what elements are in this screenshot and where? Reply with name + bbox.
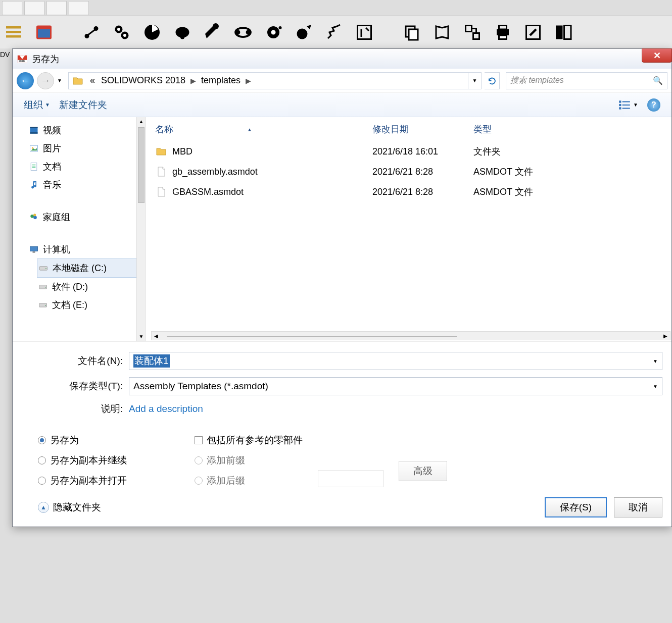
save-button[interactable]: 保存(S) xyxy=(545,497,607,517)
dialog-titlebar[interactable]: 2018 另存为 ✕ xyxy=(13,48,671,69)
scroll-right-icon[interactable]: ▶ xyxy=(661,333,670,339)
file-date: 2021/6/18 16:01 xyxy=(372,146,473,157)
tree-node[interactable]: 本地磁盘 (C:) xyxy=(37,258,146,278)
tree-label: 本地磁盘 (C:) xyxy=(53,262,107,274)
search-input[interactable]: 搜索 templates 🔍 xyxy=(506,72,667,89)
breadcrumb-part[interactable]: templates xyxy=(198,75,244,86)
organize-menu[interactable]: 组织▼ xyxy=(24,98,50,112)
svg-rect-38 xyxy=(622,101,630,102)
add-suffix-radio: 添加后缀 xyxy=(195,474,303,487)
view-mode-button[interactable]: ▼ xyxy=(618,99,638,111)
doc-icon xyxy=(29,162,39,172)
wrench-icon[interactable] xyxy=(201,21,224,44)
breadcrumb-bar[interactable]: « SOLIDWORKS 2018 ▶ templates ▶ ▼ xyxy=(68,72,482,89)
explorer-toolbar: 组织▼ 新建文件夹 ▼ ? xyxy=(13,93,671,117)
transfer-icon[interactable] xyxy=(461,21,484,44)
file-list[interactable]: 名称▲ 修改日期 类型 MBD2021/6/18 16:01文件夹gb_asse… xyxy=(146,117,671,341)
tree-node[interactable]: 图片 xyxy=(28,139,146,158)
help-button[interactable]: ? xyxy=(647,98,660,112)
list-row[interactable]: MBD2021/6/18 16:01文件夹 xyxy=(146,141,671,162)
toolbar-row-small xyxy=(0,0,672,16)
tree-node[interactable]: 文档 xyxy=(28,158,146,176)
hide-folders-toggle[interactable]: ▲ 隐藏文件夹 xyxy=(38,501,101,514)
list-header[interactable]: 名称▲ 修改日期 类型 xyxy=(146,117,671,141)
svg-rect-26 xyxy=(497,29,509,35)
tree-node[interactable]: 计算机 xyxy=(28,240,146,258)
dropdown-icon[interactable]: ▼ xyxy=(653,384,658,389)
belt-icon[interactable] xyxy=(231,21,255,44)
scroll-thumb[interactable] xyxy=(138,127,145,203)
thermometer-icon[interactable] xyxy=(353,21,376,44)
tree-scrollbar[interactable]: ▲ ▼ xyxy=(136,117,146,341)
svg-point-20 xyxy=(297,29,308,39)
save-mode-radio[interactable]: 另存为副本并继续 xyxy=(38,454,179,467)
list-row[interactable]: GBASSM.asmdot2021/6/21 8:28ASMDOT 文件 xyxy=(146,182,671,202)
scroll-down-icon[interactable]: ▼ xyxy=(137,332,146,341)
spring-icon[interactable] xyxy=(322,21,346,44)
breadcrumb-dropdown[interactable]: ▼ xyxy=(468,73,481,89)
scroll-thumb[interactable] xyxy=(167,336,457,337)
include-refs-checkbox[interactable]: 包括所有参考的零部件 xyxy=(195,434,303,447)
close-button[interactable]: ✕ xyxy=(642,48,672,63)
search-icon[interactable]: 🔍 xyxy=(653,76,663,85)
col-type[interactable]: 类型 xyxy=(473,123,605,135)
chevron-right-icon[interactable]: ▶ xyxy=(188,77,198,85)
folder-icon xyxy=(155,145,167,158)
folder-tree[interactable]: 视频图片文档音乐家庭组计算机本地磁盘 (C:)软件 (D:)文档 (E:) ▲ … xyxy=(13,117,146,341)
svg-rect-35 xyxy=(619,100,621,102)
tree-node[interactable]: 视频 xyxy=(28,121,146,139)
toolbar-slot[interactable] xyxy=(69,1,89,15)
save-options: 另存为另存为副本并继续另存为副本并打开 包括所有参考的零部件 添加前缀 添加后缀… xyxy=(13,430,671,495)
cam-icon[interactable] xyxy=(171,21,194,44)
menu-icon[interactable] xyxy=(2,21,25,44)
radio-label: 另存为副本并打开 xyxy=(50,474,127,487)
back-button[interactable]: ← xyxy=(17,72,34,89)
scroll-left-icon[interactable]: ◀ xyxy=(152,333,161,339)
bolt-icon[interactable] xyxy=(80,21,103,44)
print-icon[interactable] xyxy=(491,21,514,44)
refresh-button[interactable] xyxy=(485,72,500,89)
list-h-scrollbar[interactable]: ◀ ▶ xyxy=(151,331,670,340)
svg-rect-49 xyxy=(32,167,36,168)
svg-point-52 xyxy=(33,214,36,216)
calendar-icon[interactable] xyxy=(32,21,56,44)
new-folder-button[interactable]: 新建文件夹 xyxy=(59,98,107,112)
toolbar-slot[interactable] xyxy=(46,1,67,15)
book-icon[interactable] xyxy=(430,21,454,44)
breadcrumb-part[interactable]: SOLIDWORKS 2018 xyxy=(98,75,188,86)
save-mode-radio[interactable]: 另存为副本并打开 xyxy=(38,474,179,487)
description-link[interactable]: Add a description xyxy=(129,403,203,414)
copy-icon[interactable] xyxy=(400,21,423,44)
gears-icon[interactable] xyxy=(110,21,133,44)
toolbar-slot[interactable] xyxy=(24,1,44,15)
chevron-right-icon[interactable]: ▶ xyxy=(244,77,253,85)
layout-icon[interactable] xyxy=(552,21,575,44)
disk-icon xyxy=(38,263,49,273)
dropdown-icon[interactable]: ▼ xyxy=(653,358,658,364)
file-icon xyxy=(155,166,167,178)
tree-node[interactable]: 音乐 xyxy=(28,176,146,194)
history-dropdown[interactable]: ▼ xyxy=(57,78,65,83)
fan-icon[interactable] xyxy=(140,21,164,44)
svg-rect-28 xyxy=(499,35,507,39)
radio-label: 另存为副本并继续 xyxy=(50,454,127,467)
computer-icon xyxy=(29,244,39,254)
tree-node[interactable]: 家庭组 xyxy=(28,208,146,226)
toolbar-row-large xyxy=(0,16,672,48)
col-date[interactable]: 修改日期 xyxy=(372,123,473,135)
save-mode-radio[interactable]: 另存为 xyxy=(38,434,179,447)
col-name[interactable]: 名称 xyxy=(155,123,173,135)
sprocket-icon[interactable] xyxy=(292,21,315,44)
savetype-select[interactable]: Assembly Templates (*.asmdot) ▼ xyxy=(129,377,662,395)
tree-node[interactable]: 文档 (E:) xyxy=(37,296,146,314)
filename-input[interactable]: 装配体1 ▼ xyxy=(129,352,662,370)
pulley-icon[interactable] xyxy=(262,21,285,44)
toolbar-slot[interactable] xyxy=(2,1,22,15)
scroll-up-icon[interactable]: ▲ xyxy=(137,117,146,126)
list-row[interactable]: gb_assembly.asmdot2021/6/21 8:28ASMDOT 文… xyxy=(146,162,671,182)
cancel-button[interactable]: 取消 xyxy=(614,497,662,517)
edit-icon[interactable] xyxy=(521,21,545,44)
sort-asc-icon[interactable]: ▲ xyxy=(247,127,252,132)
tree-node[interactable]: 软件 (D:) xyxy=(37,278,146,296)
disk-icon xyxy=(38,300,48,310)
